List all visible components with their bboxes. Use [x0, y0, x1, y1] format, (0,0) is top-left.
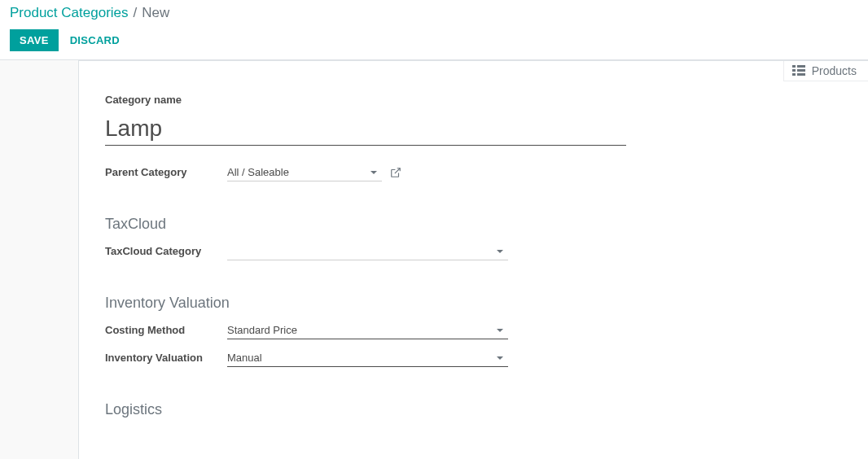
inventory-valuation-label: Inventory Valuation	[105, 352, 227, 364]
stage: Products Category name Parent Category	[0, 59, 868, 459]
left-gutter	[0, 60, 78, 459]
category-name-input[interactable]	[105, 114, 626, 146]
costing-method-select[interactable]	[227, 321, 508, 339]
form-sheet: Products Category name Parent Category	[78, 60, 868, 459]
section-inventory-valuation-title: Inventory Valuation	[105, 295, 842, 312]
discard-button[interactable]: DISCARD	[70, 34, 120, 46]
list-icon	[792, 65, 805, 76]
action-row: SAVE DISCARD	[10, 29, 858, 59]
section-taxcloud-title: TaxCloud	[105, 216, 842, 233]
inventory-valuation-select[interactable]	[227, 349, 508, 367]
breadcrumb-parent-link[interactable]: Product Categories	[10, 3, 129, 23]
section-logistics-title: Logistics	[105, 401, 842, 418]
category-name-label: Category name	[105, 94, 842, 106]
parent-category-label: Parent Category	[105, 166, 227, 178]
breadcrumb: Product Categories / New	[10, 3, 858, 23]
taxcloud-category-label: TaxCloud Category	[105, 245, 227, 257]
costing-method-input[interactable]	[227, 321, 508, 339]
form-sheet-wrap: Products Category name Parent Category	[78, 60, 868, 459]
parent-category-input[interactable]	[227, 164, 382, 181]
external-link-icon[interactable]	[390, 167, 401, 178]
inventory-valuation-input[interactable]	[227, 349, 508, 367]
save-button[interactable]: SAVE	[10, 29, 59, 51]
topbar: Product Categories / New SAVE DISCARD	[0, 0, 868, 59]
breadcrumb-separator: /	[134, 3, 138, 23]
taxcloud-category-select[interactable]	[227, 243, 508, 260]
taxcloud-category-input[interactable]	[227, 243, 508, 260]
parent-category-select[interactable]	[227, 164, 382, 181]
products-stat-label: Products	[812, 64, 857, 77]
products-stat-button[interactable]: Products	[783, 61, 868, 81]
costing-method-label: Costing Method	[105, 324, 227, 336]
breadcrumb-current: New	[142, 3, 169, 23]
